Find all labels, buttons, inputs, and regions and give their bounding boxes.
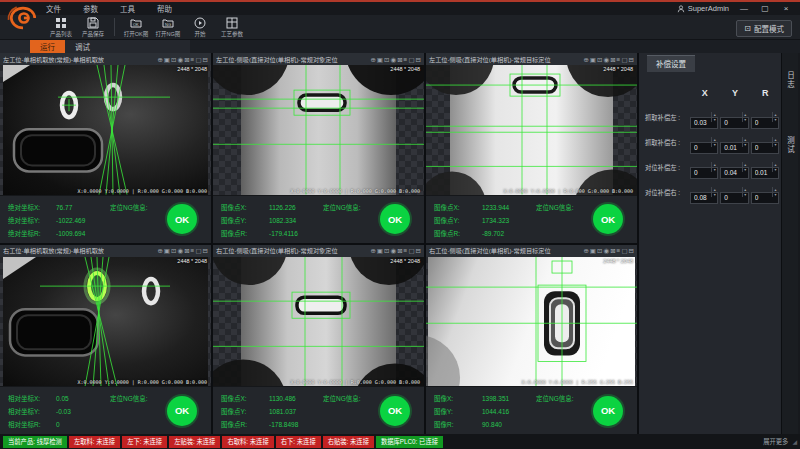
camera-viewport[interactable]: 2448 * 2048 X:0.0000 Y:0.0000 | R:0.000 … — [213, 65, 424, 195]
grab-left-r-input[interactable] — [751, 111, 779, 123]
compensation-panel-tab[interactable]: 补偿设置 — [647, 55, 695, 72]
zoom-icon[interactable]: ⊕ — [370, 245, 375, 256]
open-ok-image-button[interactable]: OK 打开OK图 — [121, 15, 151, 38]
product-list-button[interactable]: 产品列表 — [46, 15, 76, 38]
tab-debug[interactable]: 调试 — [65, 40, 100, 53]
product-save-button[interactable]: 产品保存 — [78, 15, 108, 38]
align-left-y-input[interactable] — [720, 161, 748, 173]
current-user[interactable]: SuperAdmin — [677, 4, 729, 13]
spinner-arrows[interactable] — [742, 137, 748, 147]
lock-icon[interactable]: ⊠ — [397, 245, 402, 256]
grab-left-y-input[interactable] — [720, 111, 748, 123]
eye-icon[interactable]: ◉ — [603, 245, 609, 256]
camera-viewport[interactable]: 2448 * 2048 X:0.0000 Y:0.0000 | R:0.000 … — [213, 257, 424, 387]
lock-icon[interactable]: ⊠ — [610, 245, 615, 256]
align-right-y-input[interactable] — [720, 186, 748, 198]
spinner-arrows[interactable] — [742, 112, 748, 122]
list-icon[interactable]: ≡ — [617, 54, 621, 65]
image-fit-icon[interactable]: ▣ — [377, 245, 383, 256]
grab-right-x-input[interactable] — [690, 136, 718, 148]
spinner-arrows[interactable] — [711, 187, 717, 197]
menu-parameters[interactable]: 参数 — [83, 3, 98, 14]
list-icon[interactable]: ≡ — [404, 245, 408, 256]
camera-viewport[interactable]: 2448 * 2048 X:0.0000 Y:0.0000 | R:0.000 … — [0, 257, 211, 387]
roi-icon[interactable]: ▢ — [408, 245, 414, 256]
spinner-arrows[interactable] — [711, 137, 717, 147]
lock-icon[interactable]: ⊠ — [184, 54, 189, 65]
zoom-icon[interactable]: ⊕ — [370, 54, 375, 65]
spinner-arrows[interactable] — [772, 112, 778, 122]
one-to-one-icon[interactable]: ⊡ — [597, 245, 602, 256]
close-button[interactable]: × — [780, 4, 792, 13]
roi-icon[interactable]: ▢ — [195, 54, 201, 65]
resize-grip-icon[interactable]: ◢ — [792, 438, 797, 445]
menu-tools[interactable]: 工具 — [120, 3, 135, 14]
roi-icon[interactable]: ▢ — [408, 54, 414, 65]
one-to-one-icon[interactable]: ⊡ — [597, 54, 602, 65]
save-icon[interactable]: ⊟ — [629, 54, 634, 65]
zoom-icon[interactable]: ⊕ — [157, 245, 162, 256]
zoom-icon[interactable]: ⊕ — [157, 54, 162, 65]
dock-tab-log[interactable]: 日志 — [785, 71, 796, 90]
one-to-one-icon[interactable]: ⊡ — [171, 245, 176, 256]
eye-icon[interactable]: ◉ — [390, 54, 396, 65]
align-right-x-input[interactable] — [690, 186, 718, 198]
save-icon[interactable]: ⊟ — [416, 245, 421, 256]
grab-right-r-input[interactable] — [751, 136, 779, 148]
image-fit-icon[interactable]: ▣ — [377, 54, 383, 65]
config-mode-button[interactable]: ⊡ 配置模式 — [736, 20, 792, 37]
spinner-arrows[interactable] — [772, 137, 778, 147]
save-icon[interactable]: ⊟ — [203, 54, 208, 65]
roi-icon[interactable]: ▢ — [195, 245, 201, 256]
lock-icon[interactable]: ⊠ — [184, 245, 189, 256]
eye-icon[interactable]: ◉ — [177, 245, 183, 256]
maximize-button[interactable]: ▢ — [759, 4, 771, 13]
image-fit-icon[interactable]: ▣ — [164, 245, 170, 256]
zoom-icon[interactable]: ⊕ — [583, 245, 588, 256]
one-to-one-icon[interactable]: ⊡ — [384, 245, 389, 256]
align-left-x-input[interactable] — [690, 161, 718, 173]
eye-icon[interactable]: ◉ — [177, 54, 183, 65]
camera-viewport[interactable]: 2448 * 2048 X:0.0000 Y:0.0000 | R:0.000 … — [426, 65, 637, 195]
grab-left-x-input[interactable] — [690, 111, 718, 123]
image-fit-icon[interactable]: ▣ — [590, 245, 596, 256]
expand-more-button[interactable]: 展开更多 — [763, 437, 788, 446]
lock-icon[interactable]: ⊠ — [397, 54, 402, 65]
menu-help[interactable]: 帮助 — [157, 3, 172, 14]
minimize-button[interactable]: — — [738, 4, 750, 13]
image-fit-icon[interactable]: ▣ — [164, 54, 170, 65]
tab-run[interactable]: 运行 — [30, 40, 65, 53]
menu-file[interactable]: 文件 — [46, 3, 61, 14]
save-icon[interactable]: ⊟ — [203, 245, 208, 256]
list-icon[interactable]: ≡ — [617, 245, 621, 256]
spinner-arrows[interactable] — [742, 187, 748, 197]
camera-viewport[interactable]: 2448 * 2048 X:0.0000 Y:0.0000 | R:255 G:… — [426, 257, 637, 387]
roi-icon[interactable]: ▢ — [621, 245, 627, 256]
zoom-icon[interactable]: ⊕ — [583, 54, 588, 65]
one-to-one-icon[interactable]: ⊡ — [384, 54, 389, 65]
start-button[interactable]: 开始 — [185, 15, 215, 38]
spinner-arrows[interactable] — [711, 162, 717, 172]
list-icon[interactable]: ≡ — [404, 54, 408, 65]
spinner-arrows[interactable] — [772, 187, 778, 197]
spinner-arrows[interactable] — [742, 162, 748, 172]
dock-tab-test[interactable]: 测试 — [785, 136, 796, 155]
eye-icon[interactable]: ◉ — [603, 54, 609, 65]
open-ng-image-button[interactable]: NG 打开NG图 — [153, 15, 183, 38]
one-to-one-icon[interactable]: ⊡ — [171, 54, 176, 65]
camera-viewport[interactable]: 2448 * 2048 X:0.0000 Y:0.0000 | R:0.000 … — [0, 65, 211, 195]
list-icon[interactable]: ≡ — [191, 54, 195, 65]
save-icon[interactable]: ⊟ — [629, 245, 634, 256]
spinner-arrows[interactable] — [711, 112, 717, 122]
align-left-r-input[interactable] — [751, 161, 779, 173]
grab-right-y-input[interactable] — [720, 136, 748, 148]
list-icon[interactable]: ≡ — [191, 245, 195, 256]
save-icon[interactable]: ⊟ — [416, 54, 421, 65]
lock-icon[interactable]: ⊠ — [610, 54, 615, 65]
roi-icon[interactable]: ▢ — [621, 54, 627, 65]
eye-icon[interactable]: ◉ — [390, 245, 396, 256]
image-fit-icon[interactable]: ▣ — [590, 54, 596, 65]
spinner-arrows[interactable] — [772, 162, 778, 172]
process-parameters-button[interactable]: 工艺参数 — [217, 15, 247, 38]
align-right-r-input[interactable] — [751, 186, 779, 198]
